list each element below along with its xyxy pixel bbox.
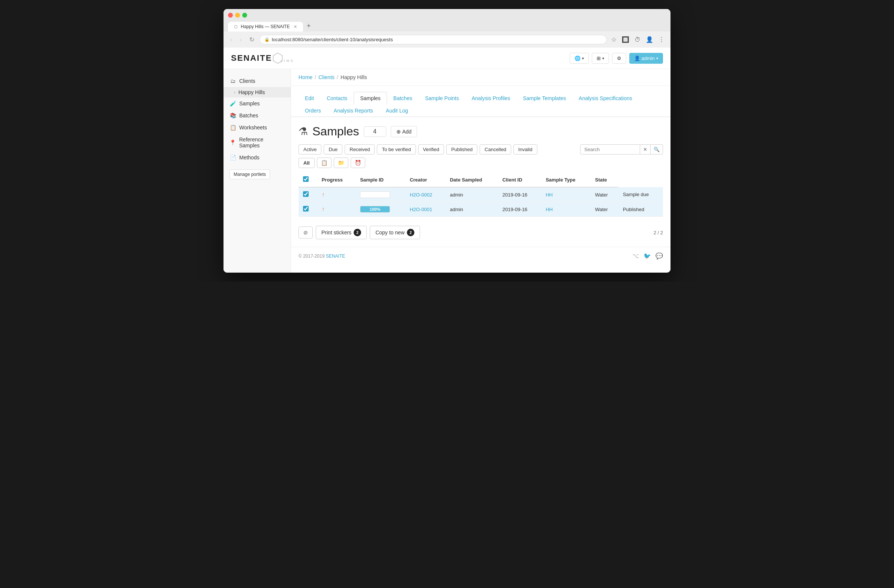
app-footer: © 2017-2019 SENAITE ⌥ 🐦 💬 <box>291 247 670 265</box>
github-icon[interactable]: ⌥ <box>632 252 639 260</box>
col-header-sample-type[interactable]: Sample Type <box>541 172 590 187</box>
col-header-state[interactable]: State <box>590 172 618 187</box>
client-id-link[interactable]: HH <box>546 192 553 198</box>
print-stickers-button[interactable]: Print stickers 2 <box>316 226 367 239</box>
filter-invalid[interactable]: Invalid <box>513 144 538 154</box>
chat-icon[interactable]: 💬 <box>655 252 663 260</box>
samples-icon: 🧪 <box>230 100 236 106</box>
progress-fill-1: 100% <box>360 206 390 212</box>
tab-analysis-specifications[interactable]: Analysis Specifications <box>572 92 638 104</box>
select-all-checkbox[interactable] <box>303 176 309 182</box>
sample-id-link[interactable]: H2O-0002 <box>410 192 432 198</box>
footer-social: ⌥ 🐦 💬 <box>632 252 663 260</box>
table-header-row: Progress Sample ID Creator Date Sampled … <box>299 172 663 187</box>
filter-verified[interactable]: Verified <box>418 144 444 154</box>
clock-icon-button[interactable]: ⏰ <box>350 157 365 168</box>
state-cell: Sample due <box>618 187 663 202</box>
search-clear-button[interactable]: ✕ <box>640 144 651 154</box>
search-go-button[interactable]: 🔍 <box>651 144 663 154</box>
footer-copyright: © 2017-2019 SENAITE <box>299 254 345 259</box>
menu-button[interactable]: ⋮ <box>657 35 666 45</box>
forward-button[interactable]: › <box>237 36 244 44</box>
language-button[interactable]: 🌐 ▾ <box>569 53 589 64</box>
filter-due[interactable]: Due <box>324 144 342 154</box>
filter-received[interactable]: Received <box>344 144 375 154</box>
sidebar-item-worksheets[interactable]: 📋 Worksheets <box>224 121 291 133</box>
tab-orders[interactable]: Orders <box>299 104 328 117</box>
row-checkbox-0[interactable] <box>303 191 309 197</box>
tab-sample-templates[interactable]: Sample Templates <box>516 92 572 104</box>
new-tab-button[interactable]: + <box>304 21 314 32</box>
footer-brand-link[interactable]: SENAITE <box>326 254 345 259</box>
tab-samples[interactable]: Samples <box>353 92 387 104</box>
settings-button[interactable]: ⚙ <box>612 53 626 64</box>
sample-id-link[interactable]: H2O-0001 <box>410 207 432 212</box>
bookmark-button[interactable]: ☆ <box>610 35 618 45</box>
col-header-creator[interactable]: Creator <box>405 172 445 187</box>
filter-published[interactable]: Published <box>446 144 477 154</box>
tab-sample-points[interactable]: Sample Points <box>418 92 465 104</box>
user-menu-button[interactable]: 👤 admin ▾ <box>629 53 663 64</box>
filter-cancelled[interactable]: Cancelled <box>480 144 511 154</box>
progress-fill-0 <box>360 192 390 198</box>
tab-close-icon[interactable]: ✕ <box>294 24 297 29</box>
user-label: admin <box>642 56 655 61</box>
add-button[interactable]: ⊕ Add <box>391 126 417 137</box>
profile-button[interactable]: 👤 <box>644 35 655 45</box>
sidebar-reference-samples-label: Reference Samples <box>239 136 285 148</box>
minimize-button[interactable] <box>235 13 240 18</box>
col-header-progress[interactable]: Progress <box>317 172 355 187</box>
worksheets-icon: 📋 <box>230 124 236 130</box>
cancel-icon: ⊘ <box>304 230 308 236</box>
extension-button-1[interactable]: 🔲 <box>620 35 631 45</box>
date-sampled-cell: 2019-09-16 <box>498 187 541 202</box>
cancel-selection-button[interactable]: ⊘ <box>299 227 313 239</box>
maximize-button[interactable] <box>242 13 247 18</box>
tab-edit[interactable]: Edit <box>299 92 320 104</box>
sidebar-item-batches[interactable]: 📚 Batches <box>224 109 291 121</box>
col-header-client-id[interactable]: Client ID <box>498 172 541 187</box>
add-label: Add <box>402 128 412 135</box>
sidebar-item-methods[interactable]: 📄 Methods <box>224 151 291 163</box>
twitter-icon[interactable]: 🐦 <box>643 252 651 260</box>
filter-active[interactable]: Active <box>299 144 322 154</box>
grid-button[interactable]: ⊞ ▾ <box>592 53 609 64</box>
count-input[interactable] <box>364 126 386 137</box>
col-header-date-sampled[interactable]: Date Sampled <box>445 172 498 187</box>
sidebar-item-clients[interactable]: 🗂 Clients <box>224 75 291 87</box>
tab-analysis-reports[interactable]: Analysis Reports <box>328 104 379 117</box>
tab-contacts[interactable]: Contacts <box>320 92 353 104</box>
logo-text: SENAITE <box>231 53 272 63</box>
app-body: 🗂 Clients › Happy Hills 🧪 Samples 📚 Batc… <box>224 69 670 273</box>
sidebar-item-reference-samples[interactable]: 📍 Reference Samples <box>224 133 291 151</box>
breadcrumb-clients[interactable]: Clients <box>319 74 335 80</box>
reload-button[interactable]: ↻ <box>247 35 257 44</box>
sidebar-item-samples[interactable]: 🧪 Samples <box>224 98 291 109</box>
all-button[interactable]: All <box>299 158 315 168</box>
sidebar-item-happy-hills[interactable]: › Happy Hills <box>224 87 291 98</box>
col-header-sample-id[interactable]: Sample ID <box>355 172 405 187</box>
active-tab[interactable]: ⬡ Happy Hills — SENAITE ✕ <box>228 22 303 32</box>
sidebar-clients-label: Clients <box>239 78 255 84</box>
copy-icon-button[interactable]: 📋 <box>317 157 332 168</box>
browser-navbar: ‹ › ↻ 🔒 localhost:8080/senaite/clients/c… <box>224 32 670 48</box>
breadcrumb-home[interactable]: Home <box>299 74 313 80</box>
copy-to-new-button[interactable]: Copy to new 2 <box>370 226 420 239</box>
gear-icon: ⚙ <box>617 56 621 61</box>
address-bar[interactable]: 🔒 localhost:8080/senaite/clients/client-… <box>260 35 607 44</box>
close-button[interactable] <box>228 13 233 18</box>
user-icon: 👤 <box>634 56 640 61</box>
nav-actions: ☆ 🔲 ⏱ 👤 ⋮ <box>610 35 666 45</box>
tab-analysis-profiles[interactable]: Analysis Profiles <box>465 92 517 104</box>
row-checkbox-1[interactable] <box>303 206 309 212</box>
extension-button-2[interactable]: ⏱ <box>633 35 642 45</box>
tab-audit-log[interactable]: Audit Log <box>379 104 414 117</box>
browser-tab-bar: ⬡ Happy Hills — SENAITE ✕ + <box>228 21 666 32</box>
tab-batches[interactable]: Batches <box>387 92 419 104</box>
filter-to-be-verified[interactable]: To be verified <box>377 144 415 154</box>
manage-portlets-button[interactable]: Manage portlets <box>230 169 270 179</box>
search-input[interactable] <box>580 144 640 154</box>
paste-icon-button[interactable]: 📁 <box>334 157 348 168</box>
back-button[interactable]: ‹ <box>228 36 234 44</box>
client-id-link[interactable]: HH <box>546 207 553 212</box>
